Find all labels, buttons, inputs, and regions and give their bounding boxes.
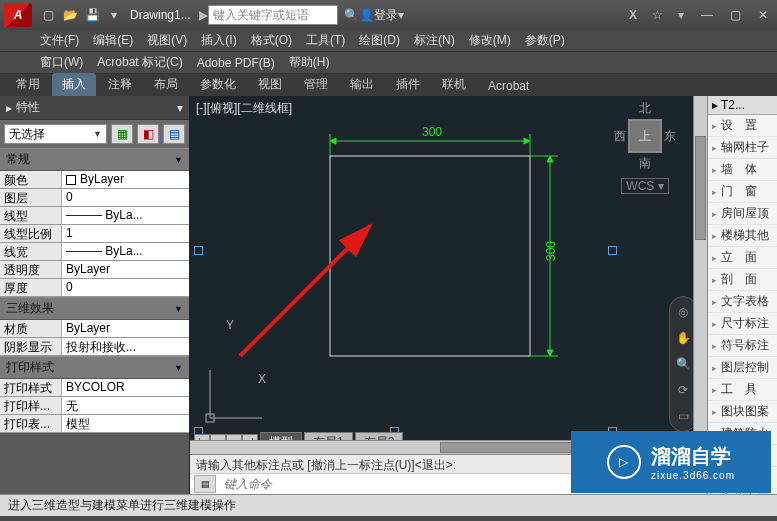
property-row[interactable]: 打印样式BYCOLOR	[0, 379, 189, 397]
palette-expand-icon[interactable]: ▸	[712, 98, 718, 112]
menu-item[interactable]: 视图(V)	[147, 32, 187, 49]
property-value[interactable]: ByLayer	[62, 171, 189, 188]
ribbon-tab[interactable]: 视图	[248, 73, 292, 96]
property-row[interactable]: 线宽——— ByLa...	[0, 243, 189, 261]
palette-item[interactable]: ▸工 具	[708, 379, 777, 401]
new-icon[interactable]: ▢	[40, 7, 56, 23]
menu-item[interactable]: 窗口(W)	[40, 54, 83, 71]
ucs-icon: Y X	[202, 366, 272, 430]
property-row[interactable]: 透明度ByLayer	[0, 261, 189, 279]
property-value[interactable]: ——— ByLa...	[62, 243, 189, 260]
close-button[interactable]: ✕	[753, 7, 773, 23]
category-general[interactable]: 常规▼	[0, 148, 189, 171]
app-logo[interactable]: A	[4, 3, 32, 27]
vertical-scrollbar[interactable]	[693, 96, 707, 440]
select-objects-button[interactable]: ◧	[137, 124, 159, 144]
palette-item[interactable]: ▸立 面	[708, 247, 777, 269]
selection-dropdown[interactable]: 无选择 ▼	[4, 124, 107, 144]
menu-item[interactable]: 参数(P)	[525, 32, 565, 49]
property-row[interactable]: 厚度0	[0, 279, 189, 297]
property-value[interactable]: 无	[62, 397, 189, 414]
menu-item[interactable]: 工具(T)	[306, 32, 345, 49]
palette-item[interactable]: ▸剖 面	[708, 269, 777, 291]
quick-select-button[interactable]: ▦	[111, 124, 133, 144]
favorite-icon[interactable]: ☆	[649, 7, 665, 23]
user-icon[interactable]: 👤	[359, 8, 374, 22]
help-dropdown-icon[interactable]: ▾	[673, 7, 689, 23]
pickadd-button[interactable]: ▤	[163, 124, 185, 144]
menu-item[interactable]: Adobe PDF(B)	[197, 56, 275, 70]
palette-item[interactable]: ▸轴网柱子	[708, 137, 777, 159]
login-dropdown-icon[interactable]: ▾	[398, 8, 404, 22]
search-input[interactable]: 键入关键字或短语	[208, 5, 338, 25]
ribbon-tab[interactable]: Acrobat	[478, 76, 539, 96]
ribbon-tab[interactable]: 联机	[432, 73, 476, 96]
category-3d[interactable]: 三维效果▼	[0, 297, 189, 320]
property-row[interactable]: 打印表...模型	[0, 415, 189, 433]
property-value[interactable]: 模型	[62, 415, 189, 432]
ribbon-tab[interactable]: 参数化	[190, 73, 246, 96]
ribbon-tab[interactable]: 输出	[340, 73, 384, 96]
viewport-grip[interactable]	[194, 246, 203, 255]
ribbon-tab[interactable]: 布局	[144, 73, 188, 96]
login-link[interactable]: 登录	[374, 7, 398, 24]
menu-item[interactable]: Acrobat 标记(C)	[97, 54, 182, 71]
panel-autohide-icon[interactable]: ▸	[6, 101, 12, 115]
play-icon[interactable]: ▶	[199, 8, 208, 22]
menu-bar-2: 窗口(W)Acrobat 标记(C)Adobe PDF(B)帮助(H)	[0, 52, 777, 74]
scrollbar-thumb[interactable]	[695, 136, 706, 240]
maximize-button[interactable]: ▢	[725, 7, 745, 23]
qat-dropdown-icon[interactable]: ▾	[106, 7, 122, 23]
property-value[interactable]: ——— ByLa...	[62, 207, 189, 224]
menu-item[interactable]: 标注(N)	[414, 32, 455, 49]
palette-item[interactable]: ▸图块图案	[708, 401, 777, 423]
menu-item[interactable]: 修改(M)	[469, 32, 511, 49]
palette-item[interactable]: ▸门 窗	[708, 181, 777, 203]
binoculars-icon[interactable]: 🔍	[344, 8, 359, 22]
expand-icon: ▸	[712, 341, 717, 351]
property-value[interactable]: BYCOLOR	[62, 379, 189, 396]
property-row[interactable]: 材质ByLayer	[0, 320, 189, 338]
property-value[interactable]: 投射和接收...	[62, 338, 189, 355]
property-row[interactable]: 阴影显示投射和接收...	[0, 338, 189, 356]
property-row[interactable]: 线型比例1	[0, 225, 189, 243]
expand-icon: ▸	[712, 297, 717, 307]
exchange-icon[interactable]: X	[625, 7, 641, 23]
property-value[interactable]: 0	[62, 279, 189, 296]
ribbon-tab[interactable]: 插件	[386, 73, 430, 96]
minimize-button[interactable]: —	[697, 7, 717, 23]
save-icon[interactable]: 💾	[84, 7, 100, 23]
ribbon-tab[interactable]: 插入	[52, 73, 96, 96]
property-value[interactable]: ByLayer	[62, 320, 189, 337]
menu-item[interactable]: 文件(F)	[40, 32, 79, 49]
command-icon[interactable]: ▤	[194, 475, 216, 493]
palette-item[interactable]: ▸符号标注	[708, 335, 777, 357]
ribbon-tab[interactable]: 管理	[294, 73, 338, 96]
menu-item[interactable]: 格式(O)	[251, 32, 292, 49]
ribbon-tab[interactable]: 常用	[6, 73, 50, 96]
property-value[interactable]: 1	[62, 225, 189, 242]
property-value[interactable]: 0	[62, 189, 189, 206]
property-row[interactable]: 打印样...无	[0, 397, 189, 415]
palette-item[interactable]: ▸房间屋顶	[708, 203, 777, 225]
menu-item[interactable]: 编辑(E)	[93, 32, 133, 49]
menu-item[interactable]: 帮助(H)	[289, 54, 330, 71]
property-row[interactable]: 颜色ByLayer	[0, 171, 189, 189]
palette-item[interactable]: ▸图层控制	[708, 357, 777, 379]
ribbon-tab[interactable]: 注释	[98, 73, 142, 96]
palette-item[interactable]: ▸楼梯其他	[708, 225, 777, 247]
menu-item[interactable]: 插入(I)	[201, 32, 236, 49]
property-value[interactable]: ByLayer	[62, 261, 189, 278]
palette-item-label: 房间屋顶	[721, 205, 769, 222]
palette-item[interactable]: ▸文字表格	[708, 291, 777, 313]
palette-item[interactable]: ▸墙 体	[708, 159, 777, 181]
panel-menu-icon[interactable]: ▾	[177, 101, 183, 115]
palette-item[interactable]: ▸尺寸标注	[708, 313, 777, 335]
menu-item[interactable]: 绘图(D)	[359, 32, 400, 49]
property-row[interactable]: 线型——— ByLa...	[0, 207, 189, 225]
open-icon[interactable]: 📂	[62, 7, 78, 23]
property-row[interactable]: 图层0	[0, 189, 189, 207]
palette-item[interactable]: ▸设 置	[708, 115, 777, 137]
viewport-grip[interactable]	[608, 246, 617, 255]
category-plot[interactable]: 打印样式▼	[0, 356, 189, 379]
